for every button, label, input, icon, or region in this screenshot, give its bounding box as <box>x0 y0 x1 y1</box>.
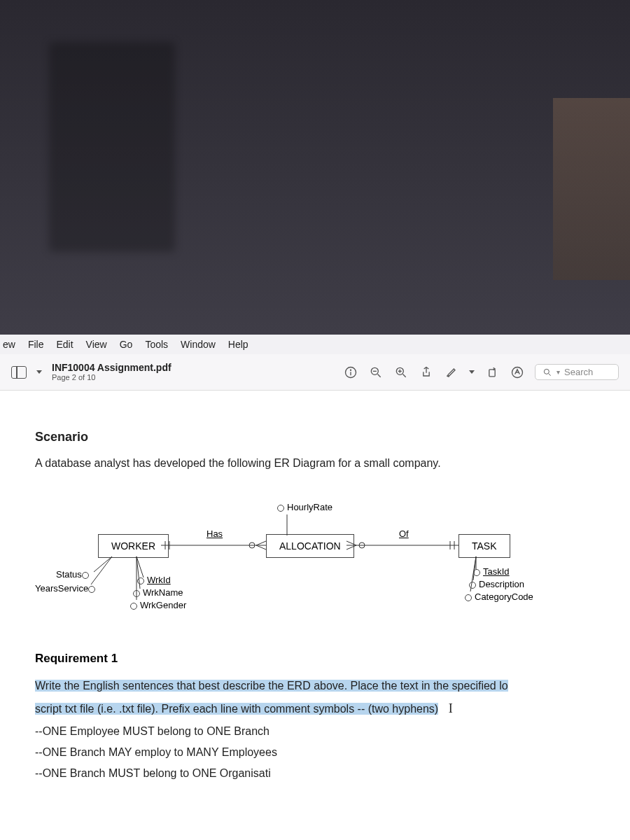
menu-view[interactable]: View <box>86 339 107 350</box>
svg-line-7 <box>403 374 406 377</box>
svg-line-27 <box>94 556 112 572</box>
example-line-1: --ONE Employee MUST belong to ONE Branch <box>35 721 602 742</box>
svg-line-20 <box>256 545 266 550</box>
text-cursor-icon: I <box>449 696 453 720</box>
chevron-down-icon[interactable] <box>469 370 475 374</box>
rel-of-line <box>346 538 458 552</box>
rel-of-label: Of <box>399 528 409 539</box>
search-placeholder: Search <box>564 367 593 377</box>
requirement-1-body: Write the English sentences that best de… <box>35 676 602 785</box>
attr-hourlyrate: HourlyRate <box>277 502 332 512</box>
svg-line-28 <box>91 556 112 584</box>
menu-go[interactable]: Go <box>120 339 133 350</box>
svg-line-14 <box>549 373 551 375</box>
svg-line-23 <box>346 545 356 550</box>
alloc-attr-line <box>280 514 294 536</box>
svg-point-2 <box>351 370 351 370</box>
attr-wrkname: WrkName <box>133 587 183 598</box>
search-input[interactable]: ▾ Search <box>535 364 619 380</box>
markup-icon[interactable] <box>510 365 525 379</box>
attr-taskid: TaskId <box>473 566 510 577</box>
attr-wrkid: WrkId <box>137 575 171 585</box>
menu-file[interactable]: File <box>28 339 44 350</box>
svg-rect-10 <box>489 369 495 376</box>
rel-has-line <box>161 538 266 552</box>
document-title-block: INF10004 Assignment.pdf Page 2 of 10 <box>52 362 172 382</box>
zoom-out-icon[interactable] <box>368 365 384 379</box>
svg-line-19 <box>256 541 266 545</box>
attr-description: Description <box>469 579 524 589</box>
menu-edit[interactable]: Edit <box>56 339 73 350</box>
menu-help[interactable]: Help <box>228 339 248 350</box>
annotate-icon[interactable] <box>444 365 459 379</box>
menu-tools[interactable]: Tools <box>145 339 168 350</box>
rel-has-label: Has <box>206 528 223 539</box>
er-diagram: WORKER ALLOCATION TASK Has Of <box>49 502 588 628</box>
page-indicator: Page 2 of 10 <box>52 373 172 382</box>
requirement-1-heading: Requirement 1 <box>35 652 602 666</box>
entity-allocation: ALLOCATION <box>266 534 354 558</box>
entity-worker: WORKER <box>98 534 169 558</box>
menu-fragment[interactable]: ew <box>3 339 15 350</box>
scenario-heading: Scenario <box>35 430 602 444</box>
svg-line-4 <box>378 374 381 377</box>
share-icon[interactable] <box>419 365 434 379</box>
chevron-down-icon[interactable] <box>36 370 42 374</box>
highlighted-text-1[interactable]: Write the English sentences that best de… <box>35 680 508 692</box>
svg-line-22 <box>346 541 356 545</box>
menu-bar: ew File Edit View Go Tools Window Help <box>0 335 630 354</box>
highlighted-text-2[interactable]: script txt file (i.e. .txt file). Prefix… <box>35 703 438 715</box>
toolbar: INF10004 Assignment.pdf Page 2 of 10 ▾ S… <box>0 354 630 391</box>
example-line-3: --ONE Branch MUST belong to ONE Organisa… <box>35 763 602 784</box>
zoom-in-icon[interactable] <box>393 365 409 379</box>
attr-categorycode: CategoryCode <box>465 592 533 602</box>
attr-years-service: YearsService <box>35 583 98 594</box>
scenario-text: A database analyst has developed the fol… <box>35 457 602 470</box>
attr-wrkgender: WrkGender <box>130 600 186 610</box>
rotate-icon[interactable] <box>484 365 500 379</box>
info-icon[interactable] <box>343 365 358 379</box>
attr-status: Status <box>56 569 92 580</box>
document-page: Scenario A database analyst has develope… <box>0 391 630 840</box>
example-line-2: --ONE Branch MAY employ to MANY Employee… <box>35 742 602 763</box>
svg-point-13 <box>544 369 549 374</box>
document-title: INF10004 Assignment.pdf <box>52 362 172 373</box>
sidebar-toggle-icon[interactable] <box>11 366 27 379</box>
menu-window[interactable]: Window <box>181 339 216 350</box>
entity-task: TASK <box>458 534 510 558</box>
photo-backdrop <box>0 0 630 336</box>
